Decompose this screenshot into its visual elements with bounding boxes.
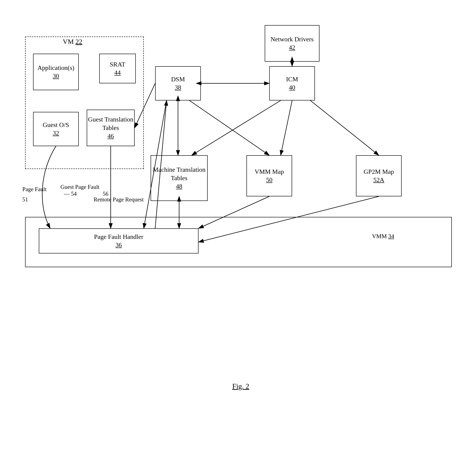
guest-trans-number: 46 <box>107 132 114 140</box>
page-fault-handler-label: Page Fault Handler <box>94 233 143 241</box>
machine-trans-number: 48 <box>176 182 182 190</box>
ref-54-label: — 54 <box>64 191 77 197</box>
guest-trans-label: Guest Translation Tables <box>87 115 134 132</box>
vm-label: VM 22 <box>63 38 82 45</box>
vmm-map-box: VMM Map 50 <box>247 155 292 196</box>
srat-box: SRAT 44 <box>99 54 136 83</box>
guest-trans-box: Guest Translation Tables 46 <box>87 110 135 146</box>
machine-trans-label: Machine Translation Tables <box>151 166 207 182</box>
vmm-map-label: VMM Map <box>255 168 284 176</box>
applications-box: Application(s) 30 <box>33 54 79 90</box>
page-fault-label: Page Fault <box>22 186 47 193</box>
remote-page-request-label: Remote Page Request <box>93 196 143 203</box>
ref-56-label: 56 <box>103 191 108 197</box>
applications-number: 30 <box>53 72 59 80</box>
srat-number: 44 <box>114 69 121 77</box>
dsm-vmmmap-arrow <box>189 100 269 155</box>
network-drivers-box: Network Drivers 42 <box>265 25 320 62</box>
svg-marker-2 <box>18 14 20 15</box>
svg-marker-3 <box>18 14 20 15</box>
guest-page-fault-label: Guest Page Fault <box>61 184 99 190</box>
icm-mtt-arrow <box>192 100 281 155</box>
icm-number: 40 <box>289 83 295 92</box>
svg-marker-1 <box>18 14 20 15</box>
applications-label: Application(s) <box>37 64 74 72</box>
figure-caption: Fig. 2 <box>232 382 249 390</box>
network-drivers-label: Network Drivers <box>271 35 314 43</box>
guest-os-number: 32 <box>53 129 59 137</box>
dsm-number: 38 <box>175 83 181 92</box>
icm-label: ICM <box>286 75 298 83</box>
guest-os-label: Guest O/S <box>43 121 69 129</box>
dsm-label: DSM <box>171 75 185 83</box>
network-drivers-number: 42 <box>289 43 295 52</box>
gp2m-map-label: GP2M Map <box>364 168 394 176</box>
svg-marker-0 <box>18 14 20 15</box>
vmm-label: VMM 34 <box>372 233 394 240</box>
icm-vmmmap-arrow <box>281 100 292 155</box>
gp2m-map-box: GP2M Map 52A <box>356 155 402 196</box>
ref-51-label: 51 <box>22 196 28 203</box>
machine-trans-box: Machine Translation Tables 48 <box>151 155 208 201</box>
dsm-box: DSM 38 <box>155 66 201 100</box>
gp2m-map-number: 52A <box>373 176 384 184</box>
srat-label: SRAT <box>110 60 125 69</box>
page-fault-handler-number: 36 <box>116 241 122 249</box>
guest-os-box: Guest O/S 32 <box>33 112 79 146</box>
icm-box: ICM 40 <box>269 66 315 100</box>
vmm-map-number: 50 <box>266 176 272 184</box>
icm-gp2m-arrow <box>310 100 379 155</box>
page-fault-handler-box: Page Fault Handler 36 <box>39 228 198 253</box>
